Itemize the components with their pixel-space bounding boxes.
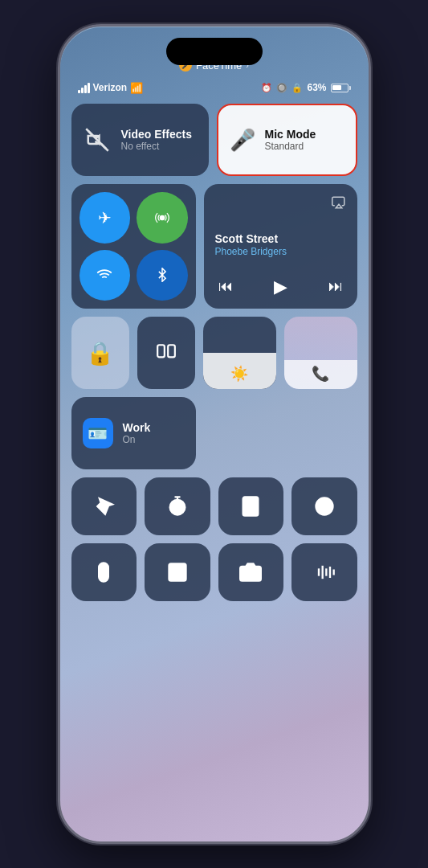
work-title: Work xyxy=(123,421,151,434)
mid-row: ✈ xyxy=(71,184,357,309)
carrier-label: Verizon xyxy=(93,82,128,93)
soundwave-icon xyxy=(313,561,336,583)
battery-percent-label: 63% xyxy=(307,82,326,93)
phone-icon: 📞 xyxy=(312,365,329,383)
now-playing-track: Scott Street Phoebe Bridgers xyxy=(215,232,346,257)
svg-rect-4 xyxy=(168,345,175,357)
video-effects-text: Video Effects No effect xyxy=(121,128,192,152)
id-card-icon: 🪪 xyxy=(83,418,113,448)
airplane-mode-button[interactable]: ✈ xyxy=(79,192,131,244)
video-effects-title: Video Effects xyxy=(121,128,192,141)
record-button[interactable] xyxy=(291,477,357,535)
screen-mirror-tile[interactable] xyxy=(137,317,195,389)
flashlight-button[interactable] xyxy=(71,477,137,535)
calculator-button[interactable] xyxy=(218,477,284,535)
mic-mode-tile[interactable]: 🎤 Mic Mode Standard xyxy=(217,104,357,176)
svg-point-1 xyxy=(159,215,165,220)
bluetooth-button[interactable] xyxy=(137,250,188,301)
location-icon: 🔘 xyxy=(276,83,287,93)
svg-marker-2 xyxy=(336,204,342,208)
remote-button[interactable] xyxy=(71,543,137,601)
video-off-icon xyxy=(83,125,112,154)
work-subtitle: On xyxy=(123,434,151,445)
signal-bars xyxy=(78,83,90,93)
rewind-button[interactable]: ⏮ xyxy=(218,278,233,295)
mic-mode-subtitle: Standard xyxy=(265,141,316,152)
lock-icon: 🔒 xyxy=(291,83,303,93)
sliders-area: ☀️ 📞 xyxy=(203,317,357,389)
utility-row: 🔒 ☀️ 📞 xyxy=(71,317,357,389)
fast-forward-button[interactable]: ⏭ xyxy=(328,278,343,295)
brightness-slider[interactable]: ☀️ xyxy=(203,317,276,389)
lock-rotate-icon: 🔒 xyxy=(86,340,114,366)
mic-mode-title: Mic Mode xyxy=(265,128,316,141)
signal-bar-2 xyxy=(81,88,84,93)
chart-button[interactable] xyxy=(145,543,210,601)
camera-button[interactable] xyxy=(218,543,284,601)
remote-icon xyxy=(92,561,115,583)
wifi-button[interactable] xyxy=(79,250,131,301)
phone-screen: 🎤 FaceTime › Verizon 📶 ⏰ 🔘 🔒 xyxy=(60,27,369,841)
signal-bar-4 xyxy=(88,83,90,93)
camera-icon xyxy=(239,561,262,583)
phone-body: 🎤 FaceTime › Verizon 📶 ⏰ 🔘 🔒 xyxy=(58,24,371,844)
soundwave-button[interactable] xyxy=(291,543,357,601)
status-bar: Verizon 📶 ⏰ 🔘 🔒 63% xyxy=(60,76,369,99)
now-playing-controls: ⏮ ▶ ⏭ xyxy=(215,276,346,297)
status-left: Verizon 📶 xyxy=(78,82,144,94)
work-text: Work On xyxy=(123,421,151,445)
airplay-icon[interactable] xyxy=(332,195,346,213)
screen-lock-tile[interactable]: 🔒 xyxy=(71,317,129,389)
chart-icon xyxy=(166,561,189,583)
timer-button[interactable] xyxy=(145,477,210,535)
connectivity-tile: ✈ xyxy=(71,184,196,309)
battery-icon xyxy=(331,84,351,92)
signal-bar-1 xyxy=(78,90,80,93)
status-right: ⏰ 🔘 🔒 63% xyxy=(261,82,350,93)
wifi-status-icon: 📶 xyxy=(130,82,143,94)
work-area: 🪪 Work On xyxy=(71,397,357,469)
dynamic-island xyxy=(166,38,263,65)
svg-rect-3 xyxy=(157,345,165,357)
flashlight-icon xyxy=(92,495,115,518)
calculator-icon xyxy=(239,495,262,518)
svg-point-17 xyxy=(103,567,104,569)
cellular-button[interactable] xyxy=(137,192,188,244)
now-playing-tile[interactable]: Scott Street Phoebe Bridgers ⏮ ▶ ⏭ xyxy=(204,184,357,309)
control-center: Video Effects No effect 🎤 Mic Mode Stand… xyxy=(71,104,357,825)
signal-bar-3 xyxy=(84,85,87,93)
svg-point-22 xyxy=(247,570,255,577)
now-playing-header xyxy=(215,195,346,213)
icon-grid xyxy=(71,477,357,601)
video-effects-tile[interactable]: Video Effects No effect xyxy=(71,104,209,176)
volume-slider[interactable]: 📞 xyxy=(284,317,357,389)
mic-mode-text: Mic Mode Standard xyxy=(265,128,316,152)
work-on-tile[interactable]: 🪪 Work On xyxy=(71,397,196,469)
sun-icon: ☀️ xyxy=(230,365,248,383)
timer-icon xyxy=(166,495,189,518)
video-effects-subtitle: No effect xyxy=(121,141,192,152)
mic-icon: 🎤 xyxy=(230,128,255,153)
top-row: Video Effects No effect 🎤 Mic Mode Stand… xyxy=(71,104,357,176)
mirror-icon xyxy=(156,342,177,363)
play-button[interactable]: ▶ xyxy=(274,276,287,297)
alarm-icon: ⏰ xyxy=(261,83,272,93)
svg-point-15 xyxy=(320,502,328,510)
svg-rect-6 xyxy=(243,497,259,515)
record-icon xyxy=(313,495,336,518)
svg-line-0 xyxy=(86,129,108,151)
